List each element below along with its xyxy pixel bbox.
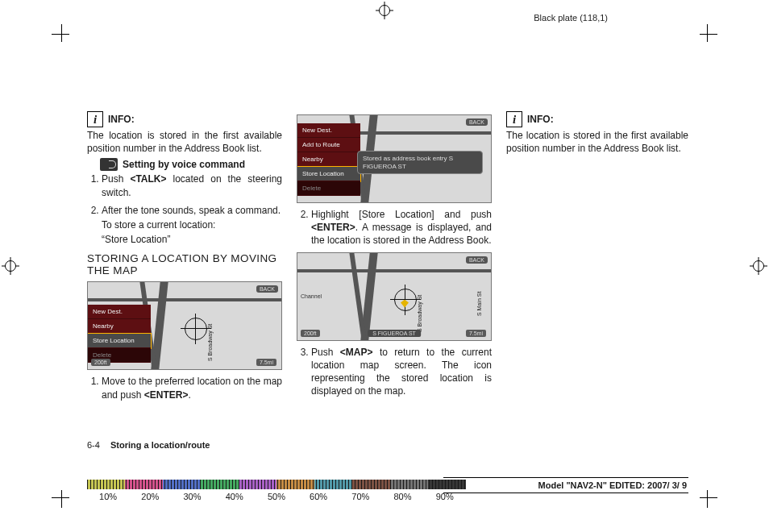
pct-tick: 10% [87,492,129,501]
nav-menu-item-selected: Store Location [297,167,360,181]
content-columns: i INFO: The location is stored in the fi… [87,111,688,406]
registration-mark-icon [376,2,393,19]
info-label: INFO: [527,114,554,125]
column-3: i INFO: The location is stored in the fi… [506,111,688,406]
map-distance: 7.5mi [256,359,276,366]
voice-steps: Push <TALK> located on the steering swit… [87,172,282,246]
page-number: 6-4 [87,440,100,450]
nav-screenshot-result: BACK Channel S Broadway St S Main St S F… [297,252,492,341]
page: Black plate (118,1) i INFO: The location… [0,0,769,532]
crop-mark [61,490,62,508]
map-step-2: Highlight [Store Location] and push <ENT… [311,208,492,247]
crop-mark [61,24,62,42]
voice-command-heading: Setting by voice command [100,158,282,171]
map-distance: 7.5mi [466,330,486,337]
model-name: NAV2-N [571,480,603,490]
voice-command-title: Setting by voice command [123,159,245,170]
back-badge: BACK [466,256,488,264]
footer-right: Model "NAV2-N" EDITED: 2007/ 3/ 9 [443,477,688,493]
step-text: Push [102,173,130,185]
step-text: . [188,389,190,401]
pct-tick: 80% [381,492,423,501]
map-step-3: Push <MAP> to return to the current loca… [311,346,492,398]
step-text: Move to the preferred location on the ma… [102,376,282,400]
map-steps-b: Highlight [Store Location] and push <ENT… [297,208,492,247]
pct-tick: 90% [424,492,466,501]
nav-menu-item: New Dest. [297,123,360,138]
crop-mark [707,24,708,42]
map-scale: 200ft [91,359,110,366]
voice-step-1: Push <TALK> located on the steering swit… [102,172,282,198]
info-heading: i INFO: [506,111,688,127]
map-scale: 200ft [301,330,320,337]
crop-mark [52,34,69,35]
pct-tick: 70% [339,492,381,501]
crop-mark [700,497,717,498]
voice-step-2-sub-a: To store a current location: [102,218,282,231]
pct-tick: 50% [256,492,297,501]
ink-density-bar [87,480,466,489]
channel-label: Channel [301,293,322,299]
print-percent-ruler: 10% 20% 30% 40% 50% 60% 70% 80% 90% [87,480,466,501]
nav-menu-item: Nearby [88,319,151,334]
stored-toast: Stored as address book entry S FIGUEROA … [357,151,483,174]
voice-command-icon [100,158,118,171]
button-ref-map: <MAP> [340,347,373,358]
toast-line-2: FIGUEROA ST [363,163,477,171]
back-badge: BACK [256,285,278,293]
edited-date: EDITED: 2007/ 3/ 9 [607,480,687,490]
nav-menu-item-selected: Store Location [88,334,151,348]
chapter-title: Storing a location/route [110,440,210,450]
nav-context-menu: New Dest. Add to Route Nearby Store Loca… [297,123,360,196]
map-step-1: Move to the preferred location on the ma… [102,375,282,401]
registration-mark-icon [2,257,19,275]
crop-mark [707,490,708,508]
info-icon: i [87,111,103,127]
street-label: S Broadway St [207,324,213,361]
step-text: Push [311,347,340,358]
step-text: Highlight [Store Location] and push [311,209,492,220]
button-ref-enter: <ENTER> [144,389,189,401]
crosshair-icon [394,289,417,311]
pct-tick: 40% [214,492,256,501]
black-plate-tag: Black plate (118,1) [534,13,608,23]
footer-left: 6-4 Storing a location/route [87,440,210,450]
pct-tick: 60% [297,492,339,501]
pct-tick: 20% [129,492,171,501]
street-banner: S FIGUEROA ST [368,330,421,337]
info-text: The location is stored in the first avai… [506,129,688,155]
info-text: The location is stored in the first avai… [87,129,282,155]
nav-menu-item: New Dest. [88,305,151,319]
nav-screenshot-menu: BACK New Dest. Nearby Store Location Del… [87,281,282,370]
map-steps-c: Push <MAP> to return to the current loca… [297,346,492,398]
nav-menu-item: Nearby [297,152,360,167]
step-text: After the tone sounds, speak a command. [102,205,281,216]
registration-mark-icon [750,257,767,275]
street-label: S Main St [476,291,482,315]
nav-menu-item: Add to Route [297,138,360,152]
crosshair-icon [185,318,207,340]
toast-line-1: Stored as address book entry S [363,155,477,163]
info-heading: i INFO: [87,111,282,127]
model-prefix: Model [538,480,567,490]
voice-step-2: After the tone sounds, speak a command. … [102,204,282,247]
button-ref-enter: <ENTER> [311,222,355,233]
nav-menu-item: Delete [297,181,360,196]
info-icon: i [506,111,522,127]
map-steps-a: Move to the preferred location on the ma… [87,375,282,401]
crop-mark [52,497,69,498]
nav-context-menu: New Dest. Nearby Store Location Delete [88,305,151,363]
column-2: BACK New Dest. Add to Route Nearby Store… [297,111,492,406]
street-label: S Broadway St [417,294,422,331]
crop-mark [700,34,717,35]
percent-ticks: 10% 20% 30% 40% 50% 60% 70% 80% 90% [87,492,466,501]
pct-tick: 30% [171,492,213,501]
section-title-store-by-map: STORING A LOCATION BY MOVING THE MAP [87,252,282,276]
column-1: i INFO: The location is stored in the fi… [87,111,282,406]
voice-step-2-sub-b: “Store Location” [102,233,282,246]
info-label: INFO: [108,114,135,125]
back-badge: BACK [466,118,488,126]
nav-screenshot-toast: BACK New Dest. Add to Route Nearby Store… [297,114,492,203]
button-ref-talk: <TALK> [130,173,166,185]
